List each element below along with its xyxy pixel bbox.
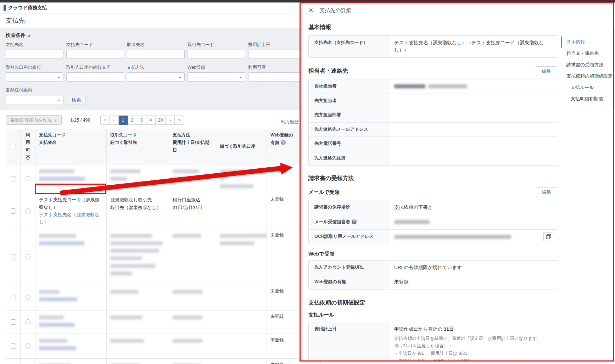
page-last-button[interactable]: » [175, 116, 184, 125]
row-checkbox[interactable] [11, 343, 16, 349]
row-checkbox[interactable] [11, 254, 16, 259]
search-conditions-label: 検索条件 [6, 32, 26, 38]
code-cell: テスト支払先コード（源泉徴収なし）テスト支払先名（源泉徴収なし） [35, 193, 107, 229]
payment-defaults-heading: 支払依頼の初期値設定 [308, 299, 557, 307]
blurred-text [110, 169, 140, 173]
partner-bank-select[interactable]: ⌄ [6, 72, 63, 82]
nav-payment-rule[interactable]: 支払ルール [561, 82, 614, 93]
payee-link[interactable]: テスト支払先名（源泉徴収なし） [39, 212, 99, 224]
output-history-link[interactable]: 出力履歴 [281, 119, 298, 125]
method-cell [169, 229, 216, 285]
their-email-label: 先方連絡先メールアドレス [309, 123, 388, 137]
nav-contacts[interactable]: 担当者・連絡先 [561, 48, 614, 59]
web-reg-status-value: 未登録 [388, 275, 557, 289]
row-availability-radio[interactable] [26, 208, 30, 213]
blurred-text [220, 177, 224, 181]
row-checkbox[interactable] [11, 176, 16, 181]
method-cell: 銀行口座振込31日/当月31日 [169, 193, 216, 229]
their-contact-label: 先方担当者 [309, 94, 388, 108]
panel-header: ✕ 支払先の詳細 [301, 3, 613, 18]
rule-note: ・申請日が 9/1 → 費用計上日は 8/31 [394, 350, 551, 357]
col-web-2: 有無 [270, 140, 279, 145]
row-availability-radio[interactable] [26, 319, 30, 324]
blurred-text [110, 271, 132, 275]
panel-title: 支払先の詳細 [319, 7, 351, 14]
payment-rule-table: 費用計上日 申請作成日から直近の 31日 支払依頼の申請日を基準に、直近の「設定… [308, 322, 557, 362]
partner-cell [107, 334, 169, 358]
search-button[interactable]: 検索 [67, 95, 85, 105]
page-prev-button[interactable]: ‹ [110, 116, 119, 125]
row-availability-radio[interactable] [26, 254, 30, 259]
document-guide-select[interactable]: ⌄ [6, 96, 63, 105]
partner-name-input[interactable] [127, 50, 185, 59]
blurred-text [173, 169, 199, 173]
row-checkbox[interactable] [11, 208, 16, 214]
availability-select[interactable]: ⌄ [248, 72, 306, 82]
nav-basic-info[interactable]: 基本情報 [561, 37, 614, 48]
web-registration-label: Web登録 [188, 65, 245, 71]
blurred-text [110, 177, 127, 181]
partner-cell [107, 359, 169, 364]
payee-code-input[interactable] [66, 50, 124, 59]
web-registration-select[interactable]: ⌄ [188, 72, 245, 82]
acct-cell [216, 164, 267, 193]
help-icon[interactable]: ? [281, 140, 286, 145]
blurred-text [173, 315, 203, 319]
payment-method-select[interactable]: ⌄ [127, 72, 185, 82]
contacts-edit-button[interactable]: 編集 [536, 66, 557, 76]
method-cell [169, 359, 216, 364]
row-checkbox[interactable] [11, 295, 16, 300]
row-availability-radio[interactable] [26, 343, 30, 348]
page-button-1[interactable]: 1 [119, 116, 128, 125]
blurred-text [39, 290, 60, 294]
payee-name-input[interactable] [6, 50, 63, 59]
partner-bank-branch-input[interactable] [66, 72, 124, 82]
partner-code-input[interactable] [188, 50, 245, 59]
web-receive-subheading: Webで受領 [308, 251, 557, 257]
blurred-text [110, 241, 163, 245]
nav-payment-detail-defaults[interactable]: 支払明細初期値 [561, 93, 614, 105]
payee-name-label: 支払先名 [6, 42, 63, 48]
page-button-20[interactable]: 20 [156, 116, 166, 125]
expense-date-rule-value: 申請作成日から直近の 31日 支払依頼の申請日を基準に、直近の「設定日」が費用計… [388, 322, 557, 362]
expense-date-input[interactable] [248, 50, 306, 59]
partner-cell [107, 285, 169, 310]
blurred-text [39, 323, 74, 327]
mail-recipient-value [388, 215, 557, 229]
blurred-text [110, 249, 159, 253]
help-icon[interactable]: ? [352, 219, 357, 224]
partner-code-label: 取引先コード [188, 42, 245, 48]
nav-payment-defaults[interactable]: 支払依頼の初期値設定 [561, 71, 614, 82]
table-row: 未登録 [6, 359, 320, 364]
col-partner-1: 取引先コード [110, 131, 165, 139]
blurred-text [110, 256, 142, 260]
copy-button[interactable] [543, 232, 553, 241]
nav-invoice-receive[interactable]: 請求書の受領方法 [561, 59, 614, 71]
page-next-button[interactable]: › [166, 116, 175, 125]
blurred-text [39, 315, 64, 319]
acct-cell [216, 285, 267, 310]
partner-cell [107, 164, 169, 193]
method-cell [169, 285, 216, 310]
col-partner-2: 紐づく取引先 [110, 139, 165, 146]
chevron-down-icon: ⌄ [57, 97, 61, 102]
invoice-storage-value: 支払依頼の下書き [388, 200, 557, 214]
page-button-4[interactable]: 4 [146, 116, 156, 125]
mail-receive-edit-button[interactable]: 編集 [536, 187, 557, 197]
close-icon[interactable]: ✕ [308, 7, 313, 13]
partner-name-label: 取引先名 [127, 42, 185, 48]
select-all-checkbox[interactable] [11, 144, 16, 149]
page-button-2[interactable]: 2 [128, 116, 137, 125]
row-availability-radio[interactable] [26, 176, 30, 181]
blurred-text [39, 169, 74, 173]
dropdown-caret-icon: ▼ [54, 119, 57, 122]
page-first-button[interactable]: « [100, 116, 110, 125]
create-document-guide-button[interactable]: 書類送付案内を作成▼ [6, 115, 62, 125]
blurred-text [220, 234, 267, 238]
page-button-3[interactable]: 3 [137, 116, 146, 125]
row-checkbox[interactable] [11, 319, 16, 325]
row-availability-radio[interactable] [26, 295, 30, 300]
blurred-text [110, 264, 156, 268]
blurred-text [173, 339, 203, 343]
cell-text: 源泉徴収なし取引先 [110, 197, 152, 202]
